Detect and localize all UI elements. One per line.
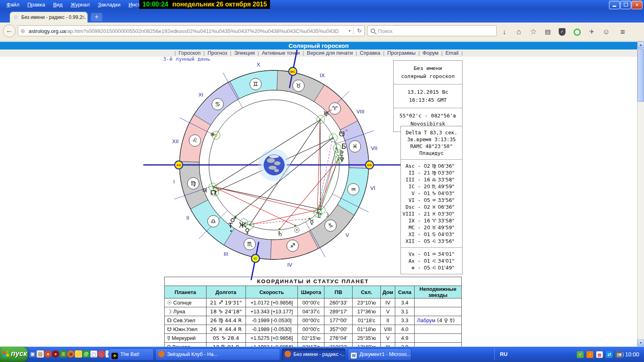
menu-2[interactable]: Вид	[53, 2, 63, 8]
chat-smiley-icon[interactable]: ☺	[601, 28, 611, 36]
uranus-icon: ♅	[323, 110, 329, 118]
vertical-scrollbar[interactable]: ▲ ▼	[637, 41, 644, 347]
site-menu-link[interactable]: Email	[446, 50, 459, 56]
house-cusps: Asc - 02 ♍ 06'36" II - 21 ♍ 03'30" III -…	[401, 159, 462, 247]
house-cusp-row: VI - 05 ♒ 33'56"	[402, 197, 460, 204]
info-section: Без именисолярный гороскоп	[394, 61, 462, 84]
task-button[interactable]: ❖The Bat!	[109, 348, 154, 360]
close-button[interactable]: ✕	[632, 1, 642, 9]
comodo-tray-icon[interactable]: ○	[586, 351, 593, 358]
winrar-icon[interactable]: ≣	[60, 350, 67, 358]
chart-point-row: ⊗ - 05 ♌ 01'49"	[402, 264, 460, 271]
column-header: Сила	[395, 286, 415, 298]
menu-1[interactable]: Правка	[27, 2, 45, 8]
opera-icon[interactable]: ●	[44, 350, 52, 358]
navigation-toolbar: ← ⊕ astrology.org.ua/ap.htm?s00992015000…	[0, 23, 644, 41]
table-title: КООРДИНАТЫ И СТАТУС ПЛАНЕТ	[165, 277, 462, 286]
core-icon[interactable]: ●	[52, 350, 59, 358]
moon-icon: ☽	[323, 211, 329, 219]
calc-header: Delta T 83,3 сек.Зв.время 3:13:35RAMC 48…	[401, 126, 462, 159]
taurus-icon: ♉	[296, 82, 301, 89]
minimize-button[interactable]	[609, 1, 620, 9]
houses-info-card: Delta T 83,3 сек.Зв.время 3:13:35RAMC 48…	[400, 126, 462, 274]
language-indicator[interactable]: RU	[500, 347, 508, 362]
capricorn-icon: ♑	[328, 222, 333, 229]
house-cusp-row: MC - 20 ♉ 49'59"	[402, 224, 460, 231]
send-plane-icon[interactable]: ✈	[587, 28, 597, 36]
chart-point-row: Ax - 01 ♌ 34'01"	[402, 257, 460, 264]
adblock-shield-icon[interactable]: ✓	[559, 28, 566, 36]
house-label-XI: XI	[198, 92, 203, 98]
task-button[interactable]: Звёздный Клуб - На...	[155, 348, 280, 360]
antivirus-tray-icon[interactable]: ✓	[577, 351, 584, 358]
firefox-icon[interactable]: ◉	[67, 350, 74, 358]
show-desktop-icon[interactable]: ▣	[29, 350, 36, 358]
volume-icon[interactable]: ◄)	[617, 347, 624, 362]
coordinates-table: КООРДИНАТЫ И СТАТУС ПЛАНЕТПланетаДолгота…	[164, 277, 462, 347]
scroll-up-icon[interactable]: ▲	[638, 41, 644, 48]
site-menu-link[interactable]: Форум	[423, 50, 439, 56]
download-icon[interactable]: ↓	[500, 28, 509, 36]
bookmark-icon[interactable]: ☆	[528, 28, 538, 36]
scrollbar-thumb[interactable]	[638, 49, 644, 102]
site-globe-icon: ⊕	[21, 28, 25, 34]
planet-glyph-icon: ☊	[167, 317, 172, 323]
restore-button[interactable]	[620, 1, 631, 9]
house-label-III: III	[224, 251, 228, 257]
firefox-task-icon	[285, 351, 291, 357]
svg-text:IC: IC	[254, 257, 257, 260]
house-cusp-row: Asc - 02 ♍ 06'36"	[402, 162, 460, 169]
svg-text:DS: DS	[367, 163, 372, 167]
house-cusp-row: XI - 01 ♋ 04'03"	[402, 231, 460, 238]
house-cusp-row: II - 21 ♍ 03'30"	[402, 169, 460, 176]
scorpio-icon: ♏	[247, 241, 253, 248]
back-button[interactable]: ←	[3, 25, 16, 37]
winamp-icon[interactable]: ⚡	[75, 350, 82, 358]
pluto-icon: ♇	[316, 211, 322, 219]
home-icon[interactable]: ⌂	[514, 28, 524, 36]
chart-svg: IIIIIIIVVVIVIIVIIIIXXXIXII♈♉♊♋♌♍♎♏♐♑♒♓ ☉…	[141, 46, 407, 288]
menu-hamburger-icon[interactable]: ≡	[618, 28, 627, 36]
clock-date: понедельник 26 октября 2015	[172, 1, 267, 8]
chrome-icon[interactable]: ●	[98, 350, 105, 358]
search-input[interactable]: Поиск	[367, 25, 497, 36]
teamviewer-tray-icon[interactable]: ⇄	[606, 351, 613, 358]
aquarius-icon: ♒	[351, 186, 356, 193]
task-button[interactable]: WДокумент1 - Microso...	[348, 348, 411, 360]
planet-glyph-icon: ☋	[167, 326, 172, 332]
planet-glyph-icon: ☿	[167, 335, 170, 341]
fixed-star-link[interactable]: Лабрум	[417, 317, 436, 323]
menu-4[interactable]: Закладки	[98, 2, 120, 8]
ghostery-icon[interactable]	[574, 29, 581, 36]
taskbar: пуск ▣▤●●≣◉⚡@▢●e▶¶ ❖The Bat!Звёздный Клу…	[0, 347, 644, 362]
browser-tab[interactable]: ☆ Без имени - радикс - 0.99.2... ×	[10, 12, 88, 23]
url-dropdown-icon[interactable]: ▼	[348, 29, 351, 33]
menu-3[interactable]: Журнал	[70, 2, 89, 8]
window-icon[interactable]: ▢	[90, 350, 97, 358]
mail-icon[interactable]: @	[83, 350, 90, 358]
house-label-V: V	[346, 232, 349, 238]
url-text: astrology.org.ua/ap.htm?s009920150000005…	[29, 28, 339, 34]
start-button[interactable]: пуск	[0, 347, 28, 362]
reload-icon[interactable]: ↻	[357, 27, 362, 34]
tab-title: Без имени - радикс - 0.99.2...	[21, 14, 86, 20]
svg-text:R: R	[345, 129, 348, 132]
nnm-tray-icon[interactable]: ▦	[596, 351, 603, 358]
menu-0[interactable]: Файл	[6, 2, 19, 8]
new-tab-button[interactable]: +	[91, 13, 102, 21]
sun-icon: ☉	[294, 226, 300, 234]
scroll-down-icon[interactable]: ▼	[638, 339, 644, 346]
svg-text:R: R	[330, 109, 332, 112]
fortune-icon: ⊗	[210, 131, 215, 137]
url-bar[interactable]: ⊕ astrology.org.ua/ap.htm?s0099201500000…	[18, 25, 365, 36]
aries-icon: ♈	[332, 105, 337, 112]
clipboard-icon[interactable]: ▤	[543, 28, 553, 36]
windows-logo-icon	[2, 350, 10, 358]
explorer-icon[interactable]: ▤	[37, 350, 44, 358]
chart-points: Vx - 01 ♒ 34'01" Ax - 01 ♌ 34'01" ⊗ - 05…	[401, 247, 462, 274]
task-button[interactable]: Без имени - радикс -...	[282, 348, 345, 360]
mercury-icon: ☿	[310, 218, 314, 226]
lilith-icon: Ŧ	[228, 222, 233, 230]
tab-close-icon[interactable]: ×	[82, 14, 85, 20]
word-icon: W	[351, 352, 357, 359]
